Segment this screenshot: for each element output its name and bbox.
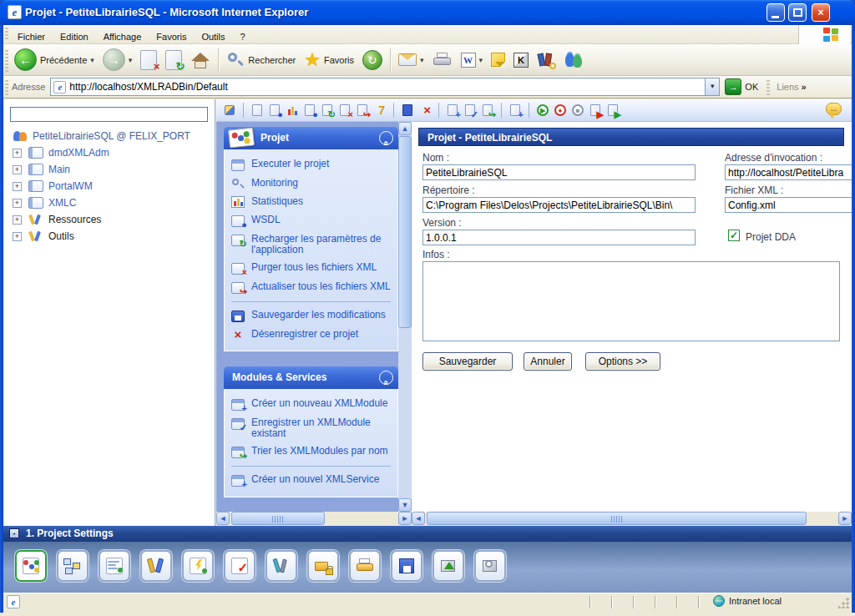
monitoring-icon[interactable]: ● (268, 104, 281, 117)
taskpane-horizontal-scrollbar[interactable]: ◄ ► (216, 512, 412, 525)
collapse-section-icon[interactable]: - (9, 528, 19, 538)
scroll-up-button[interactable]: ▲ (398, 122, 412, 135)
step-modules-button[interactable] (57, 550, 89, 582)
version-field[interactable] (422, 230, 696, 245)
task-trier-xmlmodules[interactable]: ↪Trier les XMLModules par nom (230, 442, 392, 462)
research-button[interactable] (533, 47, 559, 73)
options-button[interactable]: Options >> (585, 352, 660, 371)
scroll-right-button[interactable]: ► (398, 512, 412, 525)
sauvegarder-button[interactable]: Sauvegarder (422, 352, 513, 371)
step-inspect-button[interactable] (474, 550, 506, 582)
register-module-icon[interactable]: ✓ (463, 104, 477, 117)
sort-modules-icon[interactable]: ↪ (481, 104, 494, 117)
back-dropdown-icon[interactable]: ▾ (90, 56, 94, 64)
stop-button[interactable]: × (136, 47, 161, 73)
purge-xml-icon[interactable]: × (338, 104, 352, 117)
step-generate-button[interactable] (182, 550, 214, 582)
forward-button[interactable]: → ▾ (99, 47, 137, 73)
tree-filter-input[interactable] (10, 107, 208, 122)
expand-icon[interactable]: + (13, 165, 22, 174)
expand-icon[interactable]: + (13, 199, 22, 208)
menu-edition[interactable]: Edition (53, 28, 96, 45)
edit-word-button[interactable]: W ▾ (457, 47, 488, 73)
maximize-button[interactable] (788, 3, 807, 22)
expand-icon[interactable]: + (13, 149, 22, 158)
task-statistiques[interactable]: Statistiques (230, 193, 392, 211)
refresh-xml-icon[interactable]: ↪ (356, 104, 369, 117)
tree-item-xmlc[interactable]: + XMLC (4, 194, 215, 211)
scroll-down-button[interactable]: ▼ (398, 498, 412, 512)
messenger-button[interactable] (559, 47, 588, 73)
go-button[interactable]: → OK (725, 78, 758, 95)
taskpane-vertical-scrollbar[interactable]: ▲ ▼ (398, 122, 412, 512)
nom-field[interactable] (422, 164, 696, 180)
statistics-icon[interactable] (286, 104, 299, 117)
antivirus-button[interactable]: K (509, 47, 533, 73)
search-button[interactable]: Rechercher (222, 47, 300, 73)
home-button[interactable] (186, 47, 215, 73)
scroll-thumb[interactable] (427, 512, 807, 525)
new-service-icon[interactable]: + (508, 104, 522, 117)
record-icon[interactable]: ● (554, 104, 567, 117)
task-actualiser-xml[interactable]: ↪Actualiser tous les fichiers XML (230, 278, 392, 297)
package-icon[interactable] (223, 104, 236, 117)
task-wsdl[interactable]: ●WSDL (230, 211, 392, 230)
projet-pane-header[interactable]: Projet « (224, 127, 398, 149)
forward-dropdown-icon[interactable]: ▾ (129, 56, 133, 64)
start-icon[interactable]: ▶ (536, 104, 549, 117)
expand-icon[interactable]: + (13, 215, 22, 225)
form-horizontal-scrollbar[interactable]: ◄ ► (412, 512, 852, 525)
scroll-right-button[interactable]: ► (838, 512, 852, 525)
stop-icon[interactable]: ■ (571, 104, 584, 117)
notes-button[interactable] (487, 47, 509, 73)
step-save-button[interactable] (391, 550, 422, 582)
annuler-button[interactable]: Annuler (524, 352, 572, 371)
run-project-icon[interactable] (250, 104, 264, 117)
menu-fichier[interactable]: Fichier (10, 28, 53, 45)
edit-dropdown-icon[interactable]: ▾ (479, 56, 483, 64)
menu-aide[interactable]: ? (233, 28, 253, 45)
monitor-play-icon[interactable]: ▶ (589, 104, 602, 117)
url-input[interactable]: http://localhost/XMLRADBin/Default (69, 81, 705, 93)
infos-textarea[interactable] (422, 261, 840, 341)
save-icon[interactable] (401, 104, 414, 117)
modules-pane-header[interactable]: Modules & Services « (224, 366, 398, 389)
mail-dropdown-icon[interactable]: ▾ (420, 56, 424, 64)
favorites-button[interactable]: ★ Favoris (300, 47, 358, 73)
scroll-thumb[interactable] (231, 512, 325, 525)
refresh-button[interactable]: ↻ (161, 47, 186, 73)
task-enregistrer-xmlmodule[interactable]: ✓Enregistrer un XMLModule existant (230, 414, 392, 442)
task-monitoring[interactable]: Monitoring (230, 174, 392, 193)
resize-grip[interactable] (838, 598, 849, 608)
tree-item-portalwm[interactable]: + PortalWM (4, 178, 215, 194)
fichier-xml-field[interactable] (725, 197, 852, 213)
projet-dda-checkbox[interactable]: ✓ (728, 230, 740, 241)
expand-icon[interactable]: + (13, 182, 22, 191)
step-tools-button[interactable] (140, 550, 172, 582)
url-box[interactable]: e http://localhost/XMLRADBin/Default ▾ (50, 78, 720, 96)
wizard-icon[interactable]: 7 (373, 104, 387, 117)
expand-icon[interactable]: + (13, 232, 22, 241)
step-project-settings-button[interactable] (15, 550, 47, 582)
menu-affichage[interactable]: Affichage (96, 28, 149, 45)
step-services-button[interactable] (99, 550, 130, 582)
reload-params-icon[interactable]: ↻ (321, 104, 334, 117)
play-frame-icon[interactable]: ▶ (606, 104, 620, 117)
task-purger-xml[interactable]: ×Purger tous les fichiers XML (230, 259, 392, 278)
task-creer-xmlservice[interactable]: +Créer un nouvel XMLService (230, 471, 392, 490)
back-button[interactable]: ← Précédente ▾ (10, 47, 99, 73)
step-security-button[interactable] (307, 550, 339, 582)
mail-button[interactable]: ▾ (394, 47, 428, 73)
step-design-button[interactable] (266, 550, 297, 582)
menu-outils[interactable]: Outils (194, 28, 232, 45)
task-creer-xmlmodule[interactable]: +Créer un nouveau XMLModule (230, 395, 392, 414)
step-print-button[interactable] (349, 550, 381, 582)
task-desenregistrer-projet[interactable]: ×Désenregistrer ce projet (230, 326, 392, 344)
scroll-left-button[interactable]: ◄ (216, 512, 230, 525)
help-bubble-icon[interactable]: ... (826, 103, 842, 115)
scroll-thumb[interactable] (398, 136, 412, 328)
tree-item-outils[interactable]: + Outils (4, 228, 215, 245)
new-module-icon[interactable]: + (446, 104, 459, 117)
collapse-chevron-icon[interactable]: « (379, 371, 393, 385)
history-button[interactable]: ↻ (358, 47, 387, 73)
